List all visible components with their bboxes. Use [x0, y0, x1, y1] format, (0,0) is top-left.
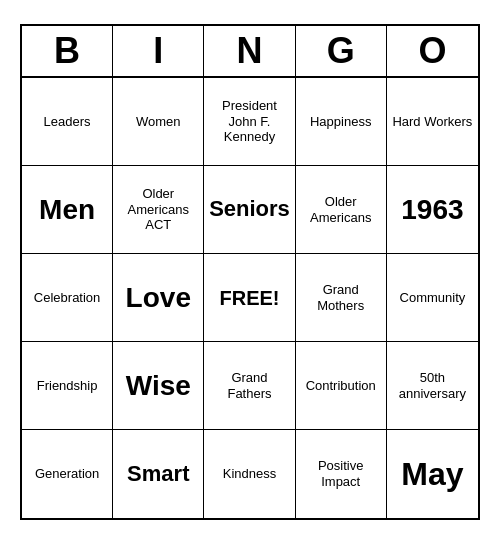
bingo-cell: Grand Fathers — [204, 342, 295, 430]
bingo-cell: Hard Workers — [387, 78, 478, 166]
bingo-cell: Men — [22, 166, 113, 254]
bingo-cell: Wise — [113, 342, 204, 430]
bingo-cell: Older Americans — [296, 166, 387, 254]
bingo-cell: 1963 — [387, 166, 478, 254]
bingo-cell: Community — [387, 254, 478, 342]
bingo-grid: LeadersWomenPresident John F. KennedyHap… — [22, 78, 478, 518]
bingo-cell: Happiness — [296, 78, 387, 166]
header-letter: G — [296, 26, 387, 76]
header-letter: N — [204, 26, 295, 76]
header-letter: B — [22, 26, 113, 76]
bingo-cell: Older Americans ACT — [113, 166, 204, 254]
bingo-cell: Generation — [22, 430, 113, 518]
bingo-cell: Seniors — [204, 166, 295, 254]
header-letter: I — [113, 26, 204, 76]
bingo-cell: Kindness — [204, 430, 295, 518]
bingo-cell: Celebration — [22, 254, 113, 342]
bingo-header: BINGO — [22, 26, 478, 78]
bingo-cell: FREE! — [204, 254, 295, 342]
bingo-cell: President John F. Kennedy — [204, 78, 295, 166]
bingo-cell: Smart — [113, 430, 204, 518]
bingo-cell: Friendship — [22, 342, 113, 430]
bingo-cell: Love — [113, 254, 204, 342]
bingo-cell: Positive Impact — [296, 430, 387, 518]
bingo-cell: 50th anniversary — [387, 342, 478, 430]
bingo-cell: Women — [113, 78, 204, 166]
bingo-cell: May — [387, 430, 478, 518]
bingo-cell: Leaders — [22, 78, 113, 166]
bingo-cell: Contribution — [296, 342, 387, 430]
bingo-cell: Grand Mothers — [296, 254, 387, 342]
header-letter: O — [387, 26, 478, 76]
bingo-card: BINGO LeadersWomenPresident John F. Kenn… — [20, 24, 480, 520]
